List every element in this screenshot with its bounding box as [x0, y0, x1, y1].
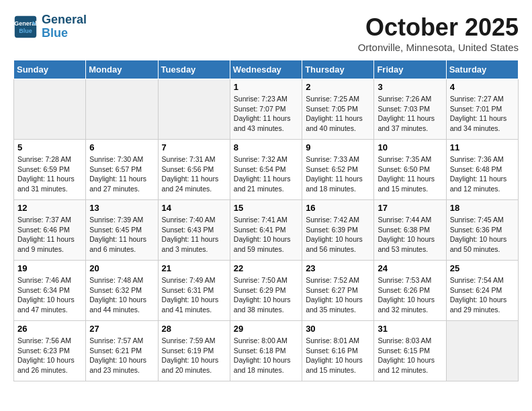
day-info: Sunrise: 7:26 AM Sunset: 7:03 PM Dayligh… [378, 94, 442, 134]
day-info: Sunrise: 8:00 AM Sunset: 6:18 PM Dayligh… [234, 336, 298, 375]
day-number: 20 [89, 263, 154, 273]
day-cell [14, 79, 86, 140]
day-cell: 12Sunrise: 7:37 AM Sunset: 6:46 PM Dayli… [14, 200, 86, 261]
day-cell: 1Sunrise: 7:23 AM Sunset: 7:07 PM Daylig… [230, 79, 302, 140]
day-number: 11 [450, 142, 515, 152]
header-cell-friday: Friday [374, 60, 446, 79]
day-cell: 10Sunrise: 7:35 AM Sunset: 6:50 PM Dayli… [374, 140, 446, 200]
week-row-1: 1Sunrise: 7:23 AM Sunset: 7:07 PM Daylig… [14, 79, 519, 140]
day-cell: 21Sunrise: 7:49 AM Sunset: 6:31 PM Dayli… [158, 261, 230, 321]
day-number: 19 [17, 263, 82, 273]
day-number: 29 [234, 324, 298, 334]
day-number: 30 [306, 324, 370, 334]
day-cell: 18Sunrise: 7:45 AM Sunset: 6:36 PM Dayli… [446, 200, 518, 261]
day-cell: 9Sunrise: 7:33 AM Sunset: 6:52 PM Daylig… [302, 140, 374, 200]
day-info: Sunrise: 7:30 AM Sunset: 6:57 PM Dayligh… [89, 154, 154, 194]
day-cell: 5Sunrise: 7:28 AM Sunset: 6:59 PM Daylig… [14, 140, 86, 200]
header-row: SundayMondayTuesdayWednesdayThursdayFrid… [14, 60, 519, 79]
day-cell [158, 79, 230, 140]
header-cell-thursday: Thursday [302, 60, 374, 79]
day-number: 26 [17, 324, 82, 334]
day-number: 27 [89, 324, 154, 334]
day-number: 3 [378, 82, 442, 92]
day-cell: 6Sunrise: 7:30 AM Sunset: 6:57 PM Daylig… [86, 140, 158, 200]
day-cell: 30Sunrise: 8:01 AM Sunset: 6:16 PM Dayli… [302, 321, 374, 381]
day-info: Sunrise: 7:48 AM Sunset: 6:32 PM Dayligh… [89, 275, 154, 315]
day-info: Sunrise: 7:46 AM Sunset: 6:34 PM Dayligh… [17, 275, 82, 315]
day-number: 5 [17, 142, 82, 152]
calendar-subtitle: Ortonville, Minnesota, United States [358, 42, 519, 53]
day-cell: 17Sunrise: 7:44 AM Sunset: 6:38 PM Dayli… [374, 200, 446, 261]
day-cell: 7Sunrise: 7:31 AM Sunset: 6:56 PM Daylig… [158, 140, 230, 200]
day-cell: 15Sunrise: 7:41 AM Sunset: 6:41 PM Dayli… [230, 200, 302, 261]
day-info: Sunrise: 7:59 AM Sunset: 6:19 PM Dayligh… [162, 336, 226, 375]
day-cell: 8Sunrise: 7:32 AM Sunset: 6:54 PM Daylig… [230, 140, 302, 200]
day-number: 14 [162, 203, 226, 213]
day-cell: 14Sunrise: 7:40 AM Sunset: 6:43 PM Dayli… [158, 200, 230, 261]
day-cell: 3Sunrise: 7:26 AM Sunset: 7:03 PM Daylig… [374, 79, 446, 140]
page-header: General Blue GeneralBlue October 2025 Or… [13, 13, 519, 53]
day-info: Sunrise: 7:50 AM Sunset: 6:29 PM Dayligh… [234, 275, 298, 315]
day-cell: 25Sunrise: 7:54 AM Sunset: 6:24 PM Dayli… [446, 261, 518, 321]
day-cell: 16Sunrise: 7:42 AM Sunset: 6:39 PM Dayli… [302, 200, 374, 261]
day-info: Sunrise: 8:03 AM Sunset: 6:15 PM Dayligh… [378, 336, 442, 375]
day-info: Sunrise: 7:54 AM Sunset: 6:24 PM Dayligh… [450, 275, 515, 315]
day-cell: 13Sunrise: 7:39 AM Sunset: 6:45 PM Dayli… [86, 200, 158, 261]
logo: General Blue GeneralBlue [13, 13, 87, 40]
day-info: Sunrise: 7:42 AM Sunset: 6:39 PM Dayligh… [306, 215, 370, 255]
day-number: 31 [378, 324, 442, 334]
header-cell-saturday: Saturday [446, 60, 518, 79]
svg-text:Blue: Blue [19, 28, 32, 34]
header-cell-monday: Monday [86, 60, 158, 79]
day-number: 6 [89, 142, 154, 152]
header-cell-tuesday: Tuesday [158, 60, 230, 79]
day-number: 9 [306, 142, 370, 152]
calendar-table: SundayMondayTuesdayWednesdayThursdayFrid… [13, 60, 519, 381]
day-cell: 29Sunrise: 8:00 AM Sunset: 6:18 PM Dayli… [230, 321, 302, 381]
day-number: 15 [234, 203, 298, 213]
day-cell: 2Sunrise: 7:25 AM Sunset: 7:05 PM Daylig… [302, 79, 374, 140]
day-info: Sunrise: 7:25 AM Sunset: 7:05 PM Dayligh… [306, 94, 370, 134]
day-info: Sunrise: 7:56 AM Sunset: 6:23 PM Dayligh… [17, 336, 82, 375]
day-cell: 31Sunrise: 8:03 AM Sunset: 6:15 PM Dayli… [374, 321, 446, 381]
day-info: Sunrise: 7:37 AM Sunset: 6:46 PM Dayligh… [17, 215, 82, 255]
day-number: 28 [162, 324, 226, 334]
day-info: Sunrise: 7:57 AM Sunset: 6:21 PM Dayligh… [89, 336, 154, 375]
week-row-4: 19Sunrise: 7:46 AM Sunset: 6:34 PM Dayli… [14, 261, 519, 321]
day-info: Sunrise: 7:31 AM Sunset: 6:56 PM Dayligh… [162, 154, 226, 194]
day-info: Sunrise: 7:52 AM Sunset: 6:27 PM Dayligh… [306, 275, 370, 315]
header-cell-wednesday: Wednesday [230, 60, 302, 79]
day-number: 12 [17, 203, 82, 213]
day-info: Sunrise: 7:33 AM Sunset: 6:52 PM Dayligh… [306, 154, 370, 194]
day-number: 17 [378, 203, 442, 213]
day-cell [86, 79, 158, 140]
day-number: 8 [234, 142, 298, 152]
day-cell: 23Sunrise: 7:52 AM Sunset: 6:27 PM Dayli… [302, 261, 374, 321]
week-row-5: 26Sunrise: 7:56 AM Sunset: 6:23 PM Dayli… [14, 321, 519, 381]
day-info: Sunrise: 7:35 AM Sunset: 6:50 PM Dayligh… [378, 154, 442, 194]
day-number: 7 [162, 142, 226, 152]
calendar-title-area: October 2025 Ortonville, Minnesota, Unit… [358, 13, 519, 53]
day-info: Sunrise: 7:36 AM Sunset: 6:48 PM Dayligh… [450, 154, 515, 194]
day-cell: 22Sunrise: 7:50 AM Sunset: 6:29 PM Dayli… [230, 261, 302, 321]
day-info: Sunrise: 7:45 AM Sunset: 6:36 PM Dayligh… [450, 215, 515, 255]
day-cell: 11Sunrise: 7:36 AM Sunset: 6:48 PM Dayli… [446, 140, 518, 200]
day-number: 18 [450, 203, 515, 213]
day-number: 13 [89, 203, 154, 213]
day-info: Sunrise: 7:53 AM Sunset: 6:26 PM Dayligh… [378, 275, 442, 315]
day-number: 2 [306, 82, 370, 92]
logo-icon: General Blue [13, 15, 38, 39]
calendar-title: October 2025 [358, 13, 519, 42]
day-info: Sunrise: 7:44 AM Sunset: 6:38 PM Dayligh… [378, 215, 442, 255]
day-info: Sunrise: 7:40 AM Sunset: 6:43 PM Dayligh… [162, 215, 226, 255]
day-info: Sunrise: 7:32 AM Sunset: 6:54 PM Dayligh… [234, 154, 298, 194]
header-cell-sunday: Sunday [14, 60, 86, 79]
day-number: 23 [306, 263, 370, 273]
day-cell: 19Sunrise: 7:46 AM Sunset: 6:34 PM Dayli… [14, 261, 86, 321]
day-cell: 20Sunrise: 7:48 AM Sunset: 6:32 PM Dayli… [86, 261, 158, 321]
day-info: Sunrise: 7:49 AM Sunset: 6:31 PM Dayligh… [162, 275, 226, 315]
day-cell: 24Sunrise: 7:53 AM Sunset: 6:26 PM Dayli… [374, 261, 446, 321]
day-info: Sunrise: 7:23 AM Sunset: 7:07 PM Dayligh… [234, 94, 298, 134]
day-info: Sunrise: 7:27 AM Sunset: 7:01 PM Dayligh… [450, 94, 515, 134]
day-number: 25 [450, 263, 515, 273]
